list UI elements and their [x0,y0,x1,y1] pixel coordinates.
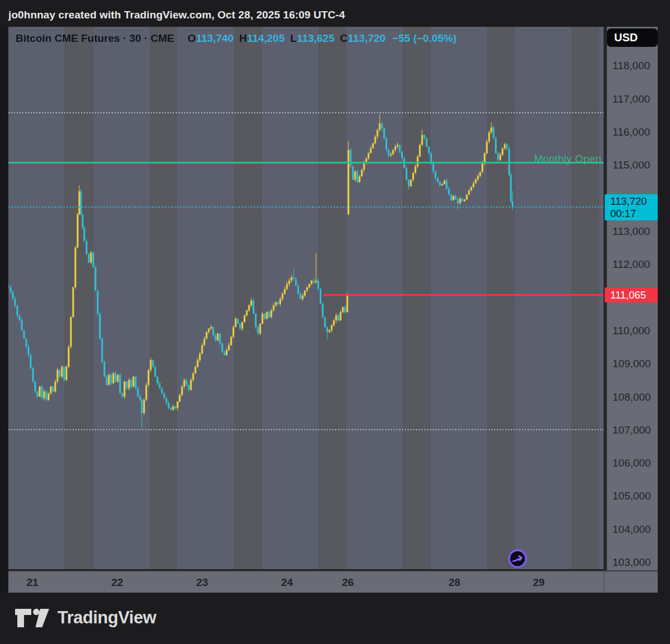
low-level-dotted-line [8,429,604,430]
price-tick: 113,000 [612,225,650,238]
price-tick: 103,000 [612,556,651,569]
price-tick: 117,000 [612,93,650,105]
price-tick: 105,000 [612,490,651,502]
price-tick: 104,000 [612,523,651,536]
time-tick: 28 [448,576,460,589]
symbol-title[interactable]: Bitcoin CME Futures · 30 · CME [16,32,174,44]
tradingview-wordmark: TradingView [58,608,156,628]
candlestick-chart-canvas[interactable] [8,27,604,569]
pane-left-margin [0,27,8,593]
price-tick: 107,000 [612,424,651,436]
tradingview-published-chart: jo0hnnay created with TradingView.com, O… [0,0,670,644]
bar-countdown: 00:17 [610,208,658,220]
price-tick: 116,000 [612,126,650,138]
price-tick: 106,000 [612,457,651,469]
current-price-value: 113,720 [610,195,658,208]
price-tick: 112,000 [612,258,650,271]
price-tick: 118,000 [612,60,650,72]
symbol-ohlc-header: Bitcoin CME Futures · 30 · CMEO113,740H1… [16,32,457,45]
high-level-dotted-line [8,112,604,113]
time-tick: 21 [26,576,38,589]
time-axis-separator [604,571,604,594]
monthly-open-line[interactable] [8,162,604,164]
close-label: C [340,32,348,44]
high-value: 114,205 [247,32,285,44]
price-tick: 115,000 [612,159,650,171]
current-price-dotted-line [8,206,604,208]
monthly-open-label: Monthly Open [534,153,601,165]
open-label: O [188,32,196,44]
time-tick: 23 [196,576,208,589]
current-price-tag: 113,720 00:17 [605,194,658,220]
time-axis[interactable]: 21222324262829 [8,570,658,593]
change-value: −55 (−0.05%) [392,32,456,44]
tradingview-logo[interactable]: TradingView [14,606,156,629]
time-tick: 24 [281,576,293,589]
time-tick: 26 [342,576,353,589]
price-tick: 110,000 [612,325,650,337]
currency-usd-button[interactable]: USD [607,28,658,47]
time-tick: 29 [533,576,544,589]
price-tick: 108,000 [612,391,651,403]
fast-forward-arrow-icon [508,549,528,569]
low-label: L [290,32,297,44]
close-value: 113,720 [348,32,386,44]
tradingview-logo-icon [14,606,50,629]
right-margin [658,0,670,644]
low-value: 113,625 [296,32,334,44]
time-tick: 22 [111,576,123,589]
high-label: H [239,32,247,44]
open-value: 113,740 [196,32,234,44]
price-tick: 109,000 [612,358,651,370]
entry-ray-line[interactable] [324,294,604,296]
entry-price-tag: 111,065 [605,287,658,302]
attribution-text: jo0hnnay created with TradingView.com, O… [8,9,345,21]
go-to-realtime-button[interactable] [508,549,528,569]
